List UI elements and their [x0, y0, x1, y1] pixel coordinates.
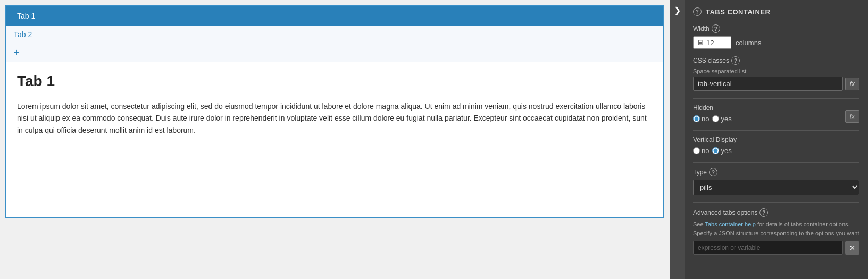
css-class-row: fx: [693, 77, 859, 91]
tab-2-link[interactable]: Tab 2: [14, 30, 32, 39]
monitor-icon: 🖥: [697, 38, 704, 47]
advanced-label-row: Advanced tabs options ?: [693, 208, 859, 217]
tab-content-body: Lorem ipsum dolor sit amet, consectetur …: [17, 100, 653, 136]
type-help-icon[interactable]: ?: [709, 168, 717, 176]
main-canvas: Tab 1 Tab 2 + Tab 1 Lorem ipsum dolor si…: [0, 0, 670, 279]
right-panel: ? TABS CONTAINER Width ? 🖥 columns CSS c…: [685, 0, 868, 279]
columns-label: columns: [736, 39, 761, 47]
panel-title-text: TABS CONTAINER: [706, 8, 770, 16]
css-help-icon[interactable]: ?: [731, 56, 740, 65]
vertical-no-text: no: [702, 147, 709, 155]
type-select-row: pills tabs nav: [693, 180, 859, 195]
hidden-no-radio[interactable]: [693, 115, 700, 122]
vertical-yes-radio[interactable]: [712, 147, 719, 154]
vertical-yes-text: yes: [721, 147, 731, 155]
hidden-yes-radio[interactable]: [712, 115, 719, 122]
panel-title-row: ? TABS CONTAINER: [693, 7, 859, 16]
css-classes-label-row: CSS classes ?: [693, 56, 859, 65]
clear-expr-button[interactable]: ✕: [845, 241, 859, 255]
width-label: Width: [693, 25, 710, 32]
panel-help-icon[interactable]: ?: [693, 7, 702, 16]
type-label-text: Type: [693, 168, 707, 176]
tabs-header: Tab 1: [6, 6, 663, 26]
hidden-yes-label[interactable]: yes: [712, 115, 731, 123]
type-section: Type ? pills tabs nav: [693, 168, 859, 195]
hidden-row: Hidden no yes fx: [693, 104, 859, 123]
tab-content-area: Tab 1 Lorem ipsum dolor sit amet, consec…: [6, 62, 663, 147]
tabs-nav-secondary: Tab 2: [6, 26, 663, 44]
expr-row: ✕: [693, 241, 859, 255]
hidden-label-text: Hidden: [693, 104, 713, 112]
width-input-wrap: 🖥: [693, 36, 731, 49]
css-class-input[interactable]: [693, 77, 843, 91]
divider-1: [693, 98, 859, 99]
advanced-description: See Tabs container help for details of t…: [693, 220, 859, 238]
hidden-controls: Hidden no yes: [693, 104, 732, 123]
chevron-right-icon: ❯: [674, 5, 681, 15]
css-classes-section: CSS classes ? Space-separated list fx: [693, 56, 859, 91]
tab-1-active[interactable]: Tab 1: [6, 6, 46, 26]
tab-content-title: Tab 1: [17, 73, 653, 90]
vertical-display-label: Vertical Display: [693, 136, 859, 143]
hidden-section: Hidden no yes fx: [693, 104, 859, 123]
hidden-fx-button[interactable]: fx: [845, 110, 859, 123]
tabs-container: Tab 1 Tab 2 + Tab 1 Lorem ipsum dolor si…: [5, 5, 664, 218]
tab-add-button[interactable]: +: [6, 44, 663, 62]
width-input[interactable]: [706, 39, 728, 47]
hidden-no-text: no: [702, 115, 709, 123]
css-classes-label: CSS classes: [693, 57, 729, 64]
divider-4: [693, 202, 859, 203]
css-fx-button[interactable]: fx: [845, 78, 859, 90]
hidden-label: Hidden: [693, 104, 732, 112]
divider-2: [693, 130, 859, 131]
vertical-display-label-text: Vertical Display: [693, 136, 737, 143]
css-sub-label: Space-separated list: [693, 68, 859, 74]
hidden-radio-row: no yes: [693, 115, 732, 123]
advanced-help-link[interactable]: Tabs container help: [705, 221, 755, 227]
vertical-display-section: Vertical Display no yes: [693, 136, 859, 155]
divider-3: [693, 162, 859, 163]
vertical-no-label[interactable]: no: [693, 147, 709, 155]
expression-input[interactable]: [693, 241, 843, 255]
type-label-row: Type ?: [693, 168, 859, 176]
vertical-no-radio[interactable]: [693, 147, 700, 154]
collapse-panel-button[interactable]: ❯: [670, 0, 685, 279]
vertical-display-radio-row: no yes: [693, 147, 859, 155]
hidden-no-label[interactable]: no: [693, 115, 709, 123]
advanced-section: Advanced tabs options ? See Tabs contain…: [693, 208, 859, 255]
width-input-row: 🖥 columns: [693, 36, 859, 49]
width-help-icon[interactable]: ?: [712, 24, 720, 33]
type-select[interactable]: pills tabs nav: [693, 180, 859, 195]
vertical-yes-label[interactable]: yes: [712, 147, 731, 155]
hidden-yes-text: yes: [721, 115, 731, 123]
advanced-label-text: Advanced tabs options: [693, 209, 757, 216]
width-section: Width ? 🖥 columns: [693, 24, 859, 49]
advanced-help-icon[interactable]: ?: [760, 208, 768, 217]
width-label-row: Width ?: [693, 24, 859, 33]
